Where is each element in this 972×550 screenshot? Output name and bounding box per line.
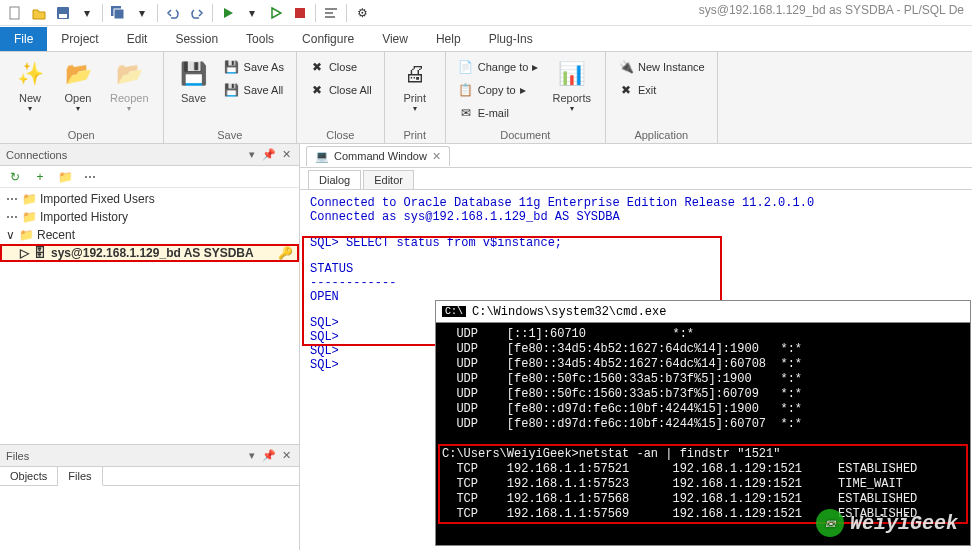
format-icon[interactable] <box>320 2 342 24</box>
exit-button[interactable]: ✖Exit <box>614 79 709 101</box>
print-button[interactable]: 🖨Print▾ <box>393 56 437 115</box>
change-to-button[interactable]: 📄Change to▸ <box>454 56 543 78</box>
print-group-label: Print <box>393 127 437 141</box>
folder-icon[interactable]: 📁 <box>54 166 76 188</box>
subtab-editor[interactable]: Editor <box>363 170 414 189</box>
panel-close-icon[interactable]: ✕ <box>279 449 293 463</box>
email-button[interactable]: ✉E-mail <box>454 102 543 124</box>
new-instance-button[interactable]: 🔌New Instance <box>614 56 709 78</box>
close-all-button[interactable]: ✖Close All <box>305 79 376 101</box>
menu-project[interactable]: Project <box>47 27 112 51</box>
menu-edit[interactable]: Edit <box>113 27 162 51</box>
watermark: ✉ WeiyiGeek <box>816 509 958 537</box>
menu-help[interactable]: Help <box>422 27 475 51</box>
add-icon[interactable]: + <box>29 166 51 188</box>
menu-tools[interactable]: Tools <box>232 27 288 51</box>
new-button[interactable]: ✨New▾ <box>8 56 52 115</box>
dropdown-icon[interactable]: ▾ <box>241 2 263 24</box>
doc-group-label: Document <box>454 127 597 141</box>
panel-pin-icon[interactable]: 📌 <box>262 148 276 162</box>
svg-rect-2 <box>59 14 67 18</box>
cmd-window[interactable]: C:\ C:\Windows\system32\cmd.exe UDP [::1… <box>435 300 971 546</box>
app-group-label: Application <box>614 127 709 141</box>
reopen-button[interactable]: 📂Reopen▾ <box>104 56 155 115</box>
tab-files[interactable]: Files <box>58 467 102 486</box>
defs-icon[interactable]: ⋯ <box>79 166 101 188</box>
menu-view[interactable]: View <box>368 27 422 51</box>
console-line: SQL> SELECT status from v$instance; <box>310 236 962 250</box>
new-doc-icon[interactable] <box>4 2 26 24</box>
panel-menu-icon[interactable]: ▾ <box>245 148 259 162</box>
panel-close-icon[interactable]: ✕ <box>279 148 293 162</box>
save-button[interactable]: 💾Save <box>172 56 216 106</box>
connections-toolbar: ↻ + 📁 ⋯ <box>0 166 299 188</box>
open-icon[interactable] <box>28 2 50 24</box>
svg-rect-7 <box>325 12 333 14</box>
dropdown-icon[interactable]: ▾ <box>76 2 98 24</box>
menu-session[interactable]: Session <box>161 27 232 51</box>
ribbon: ✨New▾ 📂Open▾ 📂Reopen▾ Open 💾Save 💾Save A… <box>0 52 972 144</box>
close-icon[interactable]: ✕ <box>432 150 441 163</box>
menu-bar: File Project Edit Session Tools Configur… <box>0 26 972 52</box>
panel-menu-icon[interactable]: ▾ <box>245 449 259 463</box>
tools-icon[interactable]: ⚙ <box>351 2 373 24</box>
files-title: Files <box>6 450 245 462</box>
wechat-icon: ✉ <box>816 509 844 537</box>
window-title: sys@192.168.1.129_bd as SYSDBA - PL/SQL … <box>699 3 964 17</box>
close-group-label: Close <box>305 127 376 141</box>
panel-pin-icon[interactable]: 📌 <box>262 449 276 463</box>
open-button[interactable]: 📂Open▾ <box>56 56 100 115</box>
connections-tree[interactable]: ⋯📁Imported Fixed Users ⋯📁Imported Histor… <box>0 188 299 444</box>
svg-rect-0 <box>10 7 19 19</box>
console-line: Connected as sys@192.168.1.129_bd AS SYS… <box>310 210 962 224</box>
connections-title: Connections <box>6 149 245 161</box>
command-window-tab[interactable]: 💻 Command Window ✕ <box>306 146 450 166</box>
cmd-icon: C:\ <box>442 306 466 317</box>
save-all-icon[interactable] <box>107 2 129 24</box>
subtab-dialog[interactable]: Dialog <box>308 170 361 189</box>
debug-icon[interactable] <box>265 2 287 24</box>
run-icon[interactable] <box>217 2 239 24</box>
save-all-button[interactable]: 💾Save All <box>220 79 288 101</box>
undo-icon[interactable] <box>162 2 184 24</box>
save-icon[interactable] <box>52 2 74 24</box>
svg-rect-8 <box>325 16 335 18</box>
cmd-window-title[interactable]: C:\ C:\Windows\system32\cmd.exe <box>436 301 970 323</box>
tree-item-selected[interactable]: ▷🗄sys@192.168.1.129_bd AS SYSDBA🔑 <box>0 244 299 262</box>
cmd-output: UDP [::1]:60710 *:* UDP [fe80::34d5:4b52… <box>436 323 970 526</box>
menu-configure[interactable]: Configure <box>288 27 368 51</box>
tree-item[interactable]: ⋯📁Imported Fixed Users <box>0 190 299 208</box>
reports-button[interactable]: 📊Reports▾ <box>546 56 597 115</box>
console-line: ------------ <box>310 276 962 290</box>
console-line: Connected to Oracle Database 11g Enterpr… <box>310 196 962 210</box>
terminal-icon: 💻 <box>315 150 329 163</box>
tree-item[interactable]: ∨📁Recent <box>0 226 299 244</box>
svg-rect-6 <box>325 8 337 10</box>
close-button[interactable]: ✖Close <box>305 56 376 78</box>
menu-file[interactable]: File <box>0 27 47 51</box>
save-group-label: Save <box>172 127 288 141</box>
dropdown-icon[interactable]: ▾ <box>131 2 153 24</box>
menu-plugins[interactable]: Plug-Ins <box>475 27 547 51</box>
open-group-label: Open <box>8 127 155 141</box>
svg-rect-5 <box>295 8 305 18</box>
files-body <box>0 486 299 550</box>
svg-rect-4 <box>114 9 124 19</box>
copy-to-button[interactable]: 📋Copy to▸ <box>454 79 543 101</box>
tree-item[interactable]: ⋯📁Imported History <box>0 208 299 226</box>
save-as-button[interactable]: 💾Save As <box>220 56 288 78</box>
console-line: STATUS <box>310 262 962 276</box>
refresh-icon[interactable]: ↻ <box>4 166 26 188</box>
redo-icon[interactable] <box>186 2 208 24</box>
tab-objects[interactable]: Objects <box>0 467 58 485</box>
stop-icon[interactable] <box>289 2 311 24</box>
